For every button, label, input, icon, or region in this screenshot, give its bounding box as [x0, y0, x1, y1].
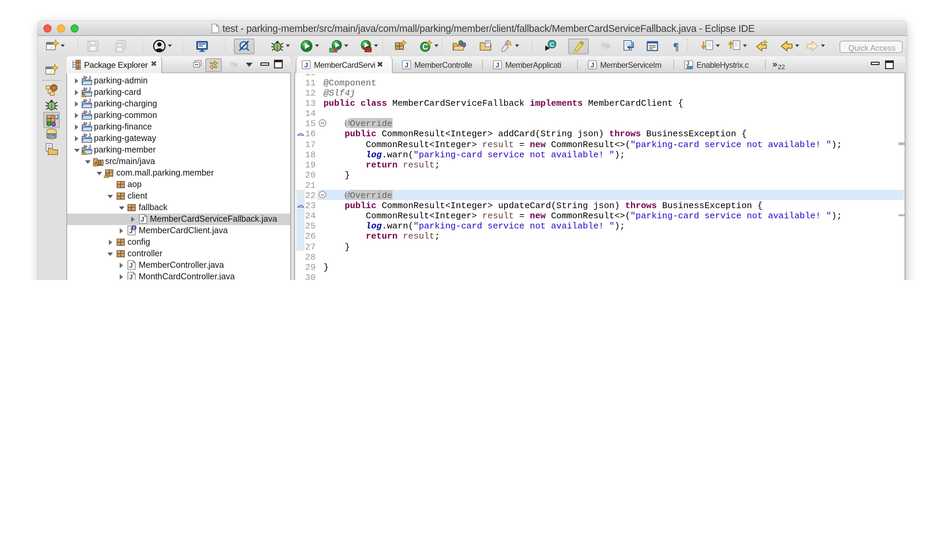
- svg-text:M: M: [83, 110, 87, 115]
- svg-text:J: J: [129, 273, 132, 280]
- svg-text:J: J: [590, 61, 594, 68]
- svg-text:J: J: [495, 61, 499, 68]
- svg-text:J: J: [686, 60, 689, 66]
- svg-text:I: I: [133, 225, 135, 231]
- svg-text:J: J: [88, 75, 91, 80]
- svg-text:C: C: [422, 42, 428, 51]
- svg-text:J: J: [55, 114, 59, 120]
- svg-text:010: 010: [687, 66, 692, 69]
- svg-text:M: M: [83, 122, 87, 126]
- svg-text:SVN: SVN: [48, 134, 55, 138]
- svg-text:J: J: [129, 262, 132, 269]
- svg-text:J: J: [88, 110, 91, 115]
- svg-text:J: J: [88, 98, 91, 103]
- svg-text:J: J: [88, 87, 91, 92]
- svg-text:J: J: [88, 133, 91, 138]
- svg-text:J: J: [304, 61, 308, 68]
- svg-text:M: M: [83, 75, 87, 80]
- svg-text:J: J: [405, 61, 408, 68]
- svg-text:M: M: [83, 133, 87, 138]
- svg-text:M: M: [83, 98, 87, 103]
- svg-text:¶: ¶: [673, 40, 679, 52]
- svg-text:J: J: [140, 215, 144, 223]
- svg-text:J: J: [88, 145, 91, 149]
- svg-text:M: M: [83, 87, 87, 92]
- svg-text:M: M: [83, 145, 87, 149]
- svg-text:J: J: [88, 122, 91, 126]
- svg-text:C: C: [550, 41, 554, 48]
